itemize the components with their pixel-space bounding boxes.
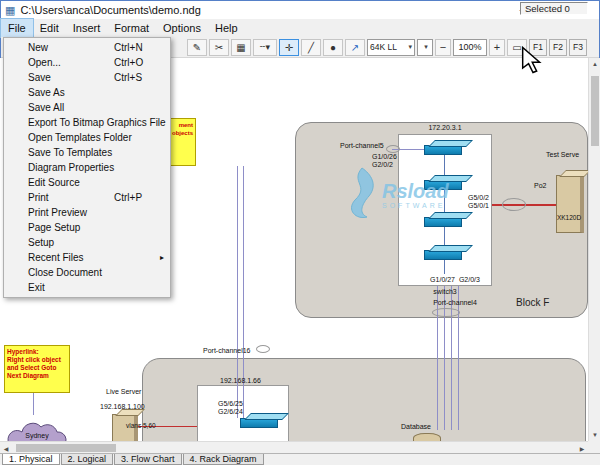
file-menu-item[interactable]: Save Ctrl+S [4,70,170,85]
vertical-scrollbar[interactable]: ▲ ▼ [588,58,600,441]
port-channel4-link-line [458,286,459,430]
tab-physical[interactable]: 1. Physical [2,454,60,465]
diagram-tabbar: 1. Physical 2. Logical 3. Flow Chart 4. … [0,453,600,465]
zoom-level: 100% [453,39,487,56]
pencil-tool-button[interactable]: ✎ [187,39,207,56]
port-channel4-label: Port-channel4 [416,299,494,307]
port-channel5-label: Port-channel5 [340,142,384,150]
file-menu-item[interactable]: Diagram Properties [4,160,170,175]
window-title: C:\Users\anca\Documents\demo.ndg [20,4,200,16]
f3-button[interactable]: F3 [569,39,587,56]
file-menu-item[interactable]: New Ctrl+N [4,40,170,55]
port-channel5-ellipse [386,145,400,153]
sydney-label: Sydney [6,432,68,440]
file-menu-item[interactable]: Open Templates Folder [4,130,170,145]
live-server-ip-label: 192.168.1.100 [100,403,145,411]
bottom-ports-label: G1/0/27 G2/0/3 [416,276,494,284]
port-channel4-ellipse [432,308,460,317]
campus-ip-label: 192.168.1.66 [220,377,261,385]
line-width-dropdown[interactable]: ▾ [417,39,433,56]
right-ports-label: G5/0/2 G5/0/1 [468,194,489,210]
menu-insert[interactable]: Insert [66,19,108,37]
tab-flow-chart[interactable]: 3. Flow Chart [114,454,182,465]
test-server-icon[interactable] [556,175,584,233]
file-menu-item[interactable]: Edit Source [4,175,170,190]
chevron-down-icon: ▾ [408,43,412,51]
menu-options[interactable]: Options [156,19,208,37]
uplink-ports-label: G1/0/26 G2/0/2 [372,153,397,169]
hyperlink-sticky-note[interactable]: Hyperlink: Right click object and Select… [4,345,70,393]
cut-button[interactable]: ✂ [209,39,229,56]
menu-format[interactable]: Format [107,19,156,37]
tab-logical[interactable]: 2. Logical [61,454,114,465]
menu-edit[interactable]: Edit [33,19,66,37]
horizontal-scrollbar[interactable]: ◀ ▶ [0,441,588,453]
file-menu-item[interactable]: Setup [4,235,170,250]
block-f-ip-label: 172.20.3.1 [398,124,492,132]
f2-button[interactable]: F2 [549,39,567,56]
port-channel16-label: Port-channel16 [203,347,250,355]
file-menu-item[interactable]: Print Preview [4,205,170,220]
scrollbar-corner [588,441,600,453]
selection-status: Selected 0 [520,2,588,15]
menu-file[interactable]: File [1,19,33,37]
app-icon: ▦ [5,1,15,19]
file-menu-item[interactable]: Print Ctrl+P [4,190,170,205]
port-channel4-link-line [437,286,438,430]
live-server-label: Live Server [106,388,141,396]
switch-icon[interactable] [424,145,462,155]
file-menu-item[interactable]: Exit [4,280,170,295]
file-menu-item[interactable]: Export To Bitmap Graphics File [4,115,170,130]
port-channel16-ellipse [256,345,270,353]
switch-icon[interactable] [424,180,462,190]
server-model-label: XK120D [552,214,586,222]
submenu-arrow-icon: ▸ [160,250,164,265]
switch3-label: switch3 [398,288,492,296]
tab-rack-diagram[interactable]: 4. Rack Diagram [183,454,264,465]
note-cloud-line [33,393,34,415]
test-server-label: Test Serve [546,151,579,159]
menubar: File Edit Insert Format Options Help [1,19,599,37]
zoom-in-button[interactable]: + [489,39,505,56]
switch-icon[interactable] [424,217,462,227]
file-menu-item[interactable]: Recent Files ▸ [4,250,170,265]
line-style-dropdown[interactable]: ╌▾ [253,39,277,56]
po2-label: Po2 [534,182,546,190]
file-menu-item[interactable]: Save To Templates [4,145,170,160]
zoom-out-button[interactable]: − [435,39,451,56]
database-icon[interactable] [413,433,441,441]
campus-ports-label: G5/6/25 G2/6/24 [218,400,243,416]
vlans-label: vlans 5,60 [126,422,156,430]
file-menu-item[interactable]: Save All [4,100,170,115]
crosshair-tool-button[interactable]: ✛ [279,39,299,56]
line-tool-button[interactable]: ╱ [301,39,321,56]
database-label: Database [401,423,431,431]
horizontal-scroll-thumb[interactable] [16,444,116,452]
file-menu: New Ctrl+N Open... Ctrl+O Save Ctrl+S Sa… [3,37,171,298]
connector-dot-button[interactable]: ● [323,39,343,56]
switch-icon[interactable] [240,418,278,428]
scroll-down-icon[interactable]: ▼ [589,429,600,441]
block-f-label: Block F [516,297,549,308]
po2-ellipse [502,198,526,211]
file-menu-item[interactable]: Save As [4,85,170,100]
file-menu-item[interactable]: Close Document [4,265,170,280]
file-menu-item[interactable]: Page Setup [4,220,170,235]
vertical-scroll-thumb[interactable] [591,76,599,146]
fill-pattern-button[interactable]: ▦ [231,39,251,56]
scroll-up-icon[interactable]: ▲ [589,58,600,70]
link-type-combobox[interactable]: 64K LL ▾ [367,39,415,56]
mouse-cursor-icon [521,46,545,78]
switch-icon[interactable] [424,250,462,260]
chevron-down-icon: ▾ [424,43,428,51]
link-arrow-button[interactable]: ↗ [345,39,365,56]
menu-help[interactable]: Help [208,19,245,37]
titlebar: ▦ C:\Users\anca\Documents\demo.ndg — ▢ ✕ [1,1,599,19]
app-window: ▦ C:\Users\anca\Documents\demo.ndg — ▢ ✕… [0,0,600,465]
switch-stack-box[interactable] [398,134,492,286]
file-menu-item[interactable]: Open... Ctrl+O [4,55,170,70]
link-type-value: 64K LL [370,42,397,52]
